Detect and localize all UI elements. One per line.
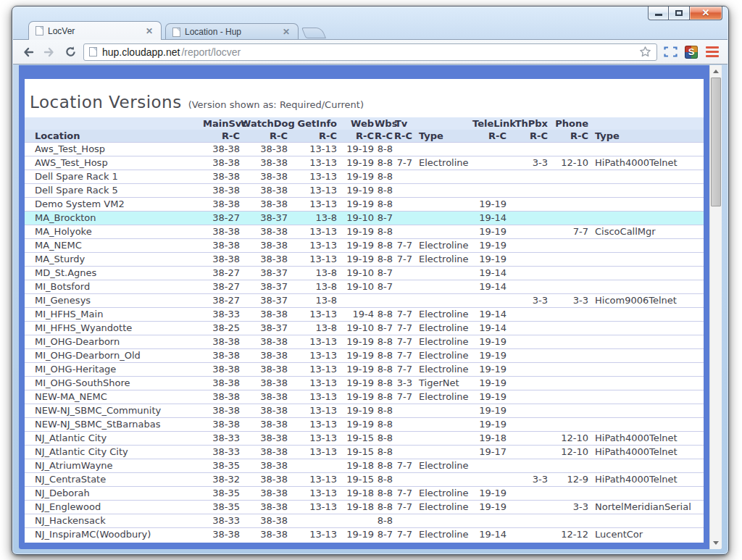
location-cell: MA_Holyoke	[25, 225, 203, 239]
header-spacer	[413, 117, 472, 130]
location-cell: NEW-MA_NEMC	[25, 390, 203, 404]
value-cell	[549, 487, 589, 501]
location-cell: NJ_Englewood	[25, 501, 203, 514]
scrollbar-thumb[interactable]	[711, 78, 721, 206]
value-cell: 7-7	[393, 308, 413, 322]
bookmark-star-icon[interactable]	[639, 46, 651, 58]
table-row[interactable]: MI_HFHS_Main38-3338-3813-1319-48-87-7Ele…	[25, 308, 704, 322]
table-row[interactable]: Demo System VM238-3838-3813-1319-198-819…	[25, 198, 704, 212]
value-cell	[589, 143, 704, 156]
value-cell	[413, 267, 472, 280]
table-row[interactable]: MI_OHG-Dearborn38-3838-3813-1319-198-87-…	[25, 335, 704, 349]
table-row[interactable]: NEW-MA_NEMC38-3838-3813-1319-198-87-7Ele…	[25, 390, 704, 404]
extension-capture-frame-icon[interactable]	[662, 44, 678, 60]
table-row[interactable]: MA_NEMC38-3838-3813-1319-198-87-7Electro…	[25, 239, 704, 253]
table-row[interactable]: MD_St.Agnes38-2738-3713-819-108-719-14	[25, 267, 704, 280]
extension-s-icon[interactable]	[683, 44, 699, 60]
value-cell	[549, 418, 589, 432]
value-cell	[549, 514, 589, 528]
table-row[interactable]: Aws_Test_Hosp38-3838-3813-1319-198-8	[25, 143, 704, 156]
reload-button[interactable]	[62, 44, 78, 60]
table-row[interactable]: NEW-NJ_SBMC_Community38-3838-3813-1319-1…	[25, 404, 704, 418]
table-row[interactable]: MI_Botsford38-2738-3713-819-108-719-14	[25, 280, 704, 294]
value-cell: 7-7	[393, 363, 413, 377]
value-cell: 19-18	[472, 432, 507, 446]
value-cell: 19-19	[472, 363, 507, 377]
value-cell: 38-38	[203, 225, 241, 239]
value-cell: 13-13	[288, 404, 338, 418]
table-row[interactable]: AWS_Test_Hosp38-3838-3813-1319-198-87-7E…	[25, 156, 704, 170]
tab-close-icon[interactable]: ✕	[144, 26, 154, 36]
value-cell: CiscoCallMgr	[589, 225, 704, 239]
table-row[interactable]: MI_OHG-Heritage38-3838-3813-1319-198-87-…	[25, 363, 704, 377]
url-input[interactable]: hup.cloudapp.net/report/locver	[83, 43, 657, 61]
table-row[interactable]: MA_Holyoke38-3838-3813-1319-198-819-197-…	[25, 225, 704, 239]
value-cell: 3-3	[393, 377, 413, 390]
new-tab-button[interactable]	[301, 28, 326, 38]
tab-location-hup[interactable]: Location - Hup ✕	[165, 23, 299, 40]
value-cell	[589, 390, 704, 404]
close-button[interactable]: ✕	[689, 7, 722, 20]
table-row[interactable]: NJ_CentraState38-3238-3813-1319-158-83-3…	[25, 473, 704, 487]
table-row[interactable]: NJ_Deborah38-3538-3813-1319-188-87-7Elec…	[25, 487, 704, 501]
value-cell: 38-38	[241, 170, 288, 184]
scroll-down-button[interactable]	[710, 537, 722, 549]
minimize-button[interactable]	[648, 7, 669, 20]
table-row[interactable]: MI_OHG-Dearborn_Old38-3838-3813-1319-198…	[25, 349, 704, 363]
value-cell: 38-38	[203, 377, 241, 390]
maximize-button[interactable]	[669, 7, 689, 20]
value-cell	[472, 473, 507, 487]
value-cell: 13-13	[288, 446, 338, 459]
col-phone-rc: R-C	[549, 130, 589, 143]
value-cell: 38-38	[241, 184, 288, 198]
table-row[interactable]: MI_OHG-SouthShore38-3838-3813-1319-198-8…	[25, 377, 704, 390]
page-scrollbar[interactable]	[709, 65, 722, 549]
value-cell	[507, 446, 549, 459]
value-cell	[472, 143, 507, 156]
table-row[interactable]: MI_Genesys38-2738-3713-83-33-3Hicom9006T…	[25, 294, 704, 308]
table-row[interactable]: NEW-NJ_SBMC_StBarnabas38-3838-3813-1319-…	[25, 418, 704, 432]
table-row[interactable]: NJ_Atlantic City38-3338-3813-1319-158-81…	[25, 432, 704, 446]
tab-close-icon[interactable]: ✕	[281, 27, 291, 37]
tab-locver[interactable]: LocVer ✕	[28, 21, 162, 40]
back-arrow-icon	[22, 46, 35, 59]
table-row[interactable]: NJ_Englewood38-3538-3813-1319-188-87-7El…	[25, 501, 704, 514]
table-row[interactable]: MA_Sturdy38-3838-3813-1319-198-87-7Elect…	[25, 253, 704, 267]
value-cell	[507, 390, 549, 404]
back-button[interactable]	[20, 44, 36, 60]
value-cell: Hicom9006Telnet	[589, 294, 704, 308]
value-cell: 12-9	[549, 473, 589, 487]
table-row[interactable]: Dell Spare Rack 538-3838-3813-1319-198-8	[25, 184, 704, 198]
close-icon: ✕	[690, 7, 722, 20]
forward-button[interactable]	[41, 44, 57, 60]
value-cell: 38-37	[241, 322, 288, 335]
value-cell: 7-7	[393, 390, 413, 404]
value-cell	[589, 404, 704, 418]
value-cell	[549, 404, 589, 418]
value-cell: 7-7	[393, 349, 413, 363]
chrome-menu-button[interactable]	[704, 44, 720, 60]
value-cell: 19-14	[472, 308, 507, 322]
value-cell	[589, 308, 704, 322]
value-cell	[549, 198, 589, 212]
table-row[interactable]: MA_Brockton38-2738-3713-819-108-719-14	[25, 212, 704, 225]
scroll-up-button[interactable]	[710, 65, 722, 78]
value-cell: 19-14	[472, 267, 507, 280]
value-cell: 38-38	[241, 446, 288, 459]
table-row[interactable]: NJ_InspiraMC(Woodbury)38-3838-3813-1319-…	[25, 528, 704, 542]
value-cell: 13-13	[288, 156, 338, 170]
col-thpbx-rc: R-C	[507, 130, 549, 143]
value-cell: 19-19	[338, 390, 375, 404]
page-background: Location Versions (Version shown as: Req…	[19, 65, 709, 549]
table-row[interactable]: MI_HFHS_Wyandotte38-2538-3713-819-108-77…	[25, 322, 704, 335]
table-row[interactable]: NJ_Atlantic City City38-3338-3813-1319-1…	[25, 446, 704, 459]
col-watchdog-rc: R-C	[241, 130, 288, 143]
value-cell: 19-19	[338, 253, 375, 267]
table-row[interactable]: NJ_Hackensack38-3338-388-8	[25, 514, 704, 528]
value-cell: 38-38	[203, 253, 241, 267]
col-tv-rc: R-C	[393, 130, 413, 143]
table-row[interactable]: Dell Spare Rack 138-3838-3813-1319-198-8	[25, 170, 704, 184]
table-row[interactable]: NJ_AtriumWayne38-3538-3819-188-87-7Elect…	[25, 459, 704, 473]
value-cell: 38-38	[241, 432, 288, 446]
value-cell: 19-14	[472, 212, 507, 225]
